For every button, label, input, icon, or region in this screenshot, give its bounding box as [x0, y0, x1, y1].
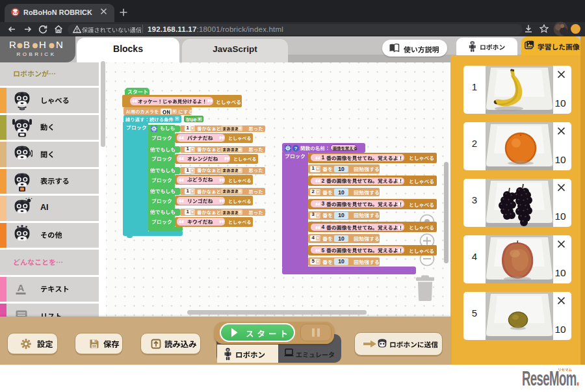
svg-text:B: B: [23, 39, 30, 50]
svg-text:H: H: [39, 39, 46, 50]
svg-text:N: N: [56, 39, 63, 50]
svg-text:R: R: [9, 39, 16, 50]
svg-text:?: ?: [294, 145, 298, 151]
svg-text:A: A: [18, 282, 25, 293]
